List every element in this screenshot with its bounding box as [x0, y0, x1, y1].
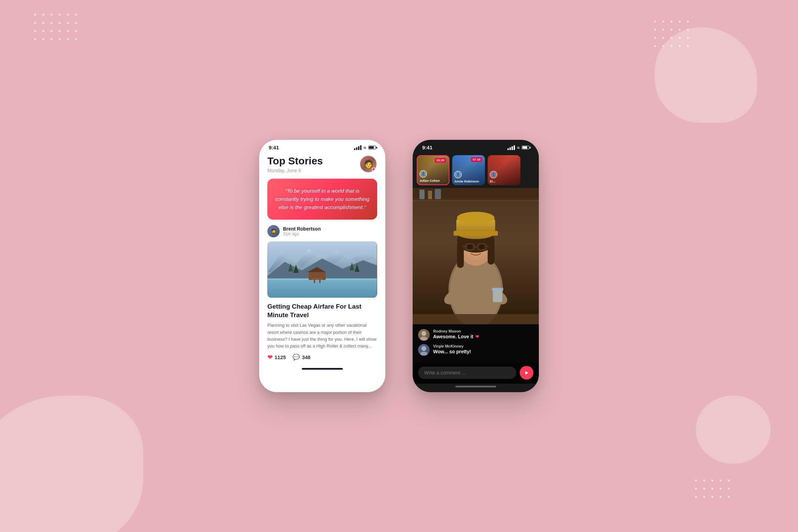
send-icon: ► — [524, 370, 530, 376]
bg-decoration-3 — [696, 396, 771, 464]
video-scene-svg — [413, 188, 539, 324]
svg-point-45 — [422, 346, 426, 351]
main-video[interactable] — [413, 188, 539, 324]
status-bar-left: 9:41 ≈ — [259, 140, 385, 152]
dots-top-right — [654, 20, 689, 47]
svg-rect-10 — [319, 279, 321, 283]
article-image — [267, 241, 377, 298]
battery-icon-right — [522, 146, 529, 149]
story-timer-2: 07:45 — [471, 157, 482, 162]
story-avatar-3: 👤 — [490, 171, 497, 178]
heart-icon: ❤ — [267, 354, 272, 361]
svg-point-46 — [420, 352, 428, 356]
header-section: Top Stories Monday, June 8 🧑 — [259, 152, 385, 179]
likes-action[interactable]: ❤ 1125 — [267, 354, 286, 361]
comments-action[interactable]: 💬 348 — [293, 354, 310, 361]
svg-point-32 — [479, 244, 484, 249]
story-avatar-2: 👤 — [454, 171, 462, 178]
svg-rect-25 — [457, 241, 464, 268]
svg-point-31 — [468, 244, 472, 249]
comment-row-1: Rodney Mason Awesome. Love it ❤ — [418, 329, 533, 341]
commenter-name-1: Rodney Mason — [433, 329, 479, 333]
story-name-1: 👤 Julian Cohen — [419, 170, 447, 182]
svg-rect-20 — [435, 189, 441, 199]
comment-input-field[interactable] — [418, 367, 516, 379]
svg-rect-18 — [419, 190, 425, 199]
svg-point-29 — [457, 212, 494, 224]
dots-bottom-right — [695, 479, 730, 498]
comment-text-2: Wow... so pretty! — [433, 349, 471, 354]
story-name-2: 👤 Annie Robinson — [454, 171, 483, 183]
profile-avatar[interactable]: 🧑 — [359, 155, 377, 173]
author-avatar: 🧔 — [267, 225, 280, 237]
comment-text-1: Awesome. Love it ❤ — [433, 334, 479, 339]
comments-count: 348 — [302, 354, 310, 360]
article-body: Planning to visit Las Vegas or any other… — [267, 322, 377, 350]
wifi-icon-right: ≈ — [517, 145, 520, 150]
quote-card: "To be yourself in a world that is const… — [267, 179, 377, 220]
svg-point-44 — [420, 337, 428, 341]
svg-rect-42 — [413, 314, 539, 324]
author-name: Brent Robertson — [283, 226, 321, 232]
author-row: 🧔 Brent Robertson 31m ago — [259, 225, 385, 241]
story-name-3: 👤 El... — [490, 171, 518, 183]
comment-body-1: Rodney Mason Awesome. Love it ❤ — [433, 329, 479, 339]
svg-point-43 — [422, 331, 426, 336]
story-item-julian[interactable]: 03:20 👤 Julian Cohen — [417, 155, 449, 185]
author-info: Brent Robertson 31m ago — [283, 226, 321, 236]
home-indicator-right — [455, 386, 496, 387]
comment-body-2: Virgie McKinney Wow... so pretty! — [433, 344, 471, 354]
status-icons-left: ≈ — [354, 145, 376, 150]
story-item-annie[interactable]: 07:45 👤 Annie Robinson — [452, 155, 485, 185]
likes-count: 1125 — [275, 354, 286, 360]
phone-right: 9:41 ≈ 03:20 👤 — [413, 140, 539, 392]
comment-heart-icon: ❤ — [475, 334, 479, 339]
svg-rect-30 — [454, 231, 498, 236]
comment-avatar-rodney — [418, 329, 430, 341]
avatar-notification-dot — [372, 167, 376, 172]
svg-rect-26 — [488, 241, 494, 265]
comment-row-2: Virgie McKinney Wow... so pretty! — [418, 344, 533, 356]
comments-section: Rodney Mason Awesome. Love it ❤ Virgie M… — [413, 324, 539, 363]
status-bar-right: 9:41 ≈ — [413, 140, 539, 152]
phones-container: 9:41 ≈ Top Stories Monday, June 8 — [259, 140, 539, 392]
comment-input-row: ► — [413, 363, 539, 384]
comment-icon: 💬 — [293, 354, 300, 361]
stories-strip[interactable]: 03:20 👤 Julian Cohen 07:45 👤 Annie Robin… — [413, 152, 539, 188]
title-section: Top Stories Monday, June 8 — [267, 155, 323, 173]
time-left: 9:41 — [269, 145, 279, 150]
author-time: 31m ago — [283, 232, 321, 236]
time-right: 9:41 — [422, 145, 432, 150]
svg-rect-19 — [428, 191, 432, 199]
article-content: Getting Cheap Airfare For Last Minute Tr… — [259, 298, 385, 350]
signal-icon-right — [507, 145, 515, 150]
wifi-icon: ≈ — [364, 145, 366, 150]
comment-avatar-virgie — [418, 344, 430, 356]
article-title: Getting Cheap Airfare For Last Minute Tr… — [267, 302, 377, 319]
date-label: Monday, June 8 — [267, 168, 323, 173]
send-button[interactable]: ► — [520, 366, 533, 380]
dots-top-left — [34, 14, 77, 40]
svg-rect-4 — [268, 278, 377, 298]
story-timer-1: 03:20 — [435, 158, 446, 163]
signal-icon — [354, 145, 361, 150]
page-title: Top Stories — [267, 155, 323, 166]
svg-rect-8 — [312, 278, 322, 280]
story-item-el[interactable]: 👤 El... — [488, 155, 520, 185]
status-icons-right: ≈ — [507, 145, 529, 150]
actions-bar: ❤ 1125 💬 348 — [259, 350, 385, 367]
quote-text: "To be yourself in a world that is const… — [274, 187, 370, 211]
svg-rect-41 — [492, 288, 503, 291]
phone-left: 9:41 ≈ Top Stories Monday, June 8 — [259, 140, 385, 392]
bg-decoration-1 — [0, 396, 143, 532]
svg-rect-9 — [314, 279, 315, 283]
home-indicator-left — [302, 368, 343, 370]
commenter-name-2: Virgie McKinney — [433, 344, 471, 348]
story-avatar-1: 👤 — [419, 170, 427, 178]
battery-icon — [368, 146, 376, 149]
